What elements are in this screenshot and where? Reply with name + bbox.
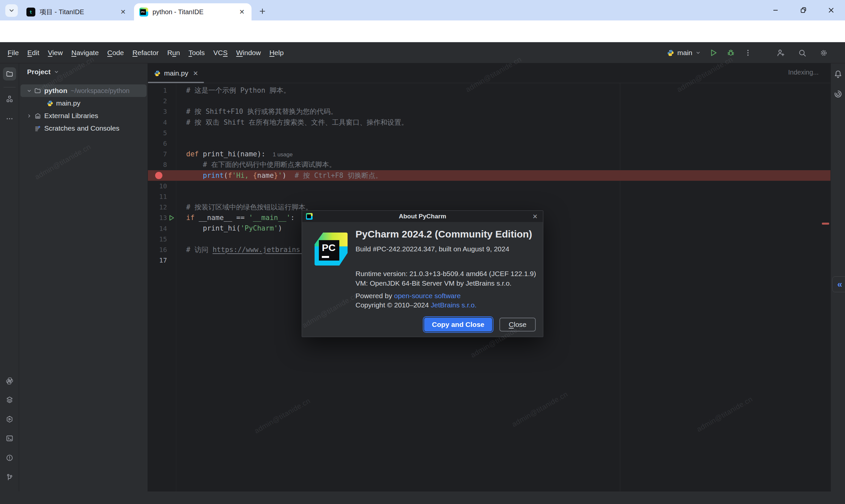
menu-navigate[interactable]: Navigate (67, 49, 103, 57)
gutter[interactable]: 7 (148, 150, 180, 158)
line-number: 13 (153, 214, 167, 222)
gutter[interactable]: 16 (148, 246, 180, 254)
structure-toolwindow-button[interactable] (3, 92, 16, 106)
menu-run[interactable]: Run (163, 49, 184, 57)
code-with-me-icon[interactable] (776, 49, 785, 57)
tab-close-icon[interactable]: ✕ (193, 70, 198, 77)
menu-edit[interactable]: Edit (23, 49, 43, 57)
tree-row-external-libraries[interactable]: External Libraries (20, 109, 146, 122)
menu-refactor[interactable]: Refactor (128, 49, 163, 57)
project-panel-header[interactable]: Project (27, 68, 59, 76)
project-toolwindow-button[interactable] (3, 67, 16, 80)
code-line-5[interactable]: 5 (148, 128, 830, 138)
tree-row-main-py[interactable]: main.py (20, 97, 146, 109)
code-line-9[interactable]: print(f'Hi, {name}') # 按 Ctrl+F8 切换断点。 (148, 170, 830, 181)
chevron-down-icon[interactable] (25, 88, 33, 93)
code-line-4[interactable]: 4# 按 双击 Shift 在所有地方搜索类、文件、工具窗口、操作和设置。 (148, 117, 830, 128)
close-button[interactable]: Close (499, 318, 536, 331)
code-line-1[interactable]: 1# 这是一个示例 Python 脚本。 (148, 85, 830, 96)
gutter[interactable]: 4 (148, 119, 180, 126)
right-tool-stripe: « (830, 63, 845, 491)
about-credits: Powered by open-source software Copyrigh… (355, 291, 477, 310)
close-window-button[interactable] (825, 4, 838, 17)
tab-close-icon[interactable]: ✕ (119, 7, 127, 16)
menu-view[interactable]: View (43, 49, 67, 57)
gutter[interactable]: 1 (148, 86, 180, 94)
code-line-8[interactable]: 8 # 在下面的代码行中使用断点来调试脚本。 (148, 159, 830, 170)
chevron-down-icon (696, 50, 701, 55)
settings-gear-icon[interactable] (819, 49, 828, 57)
more-actions-kebab-icon[interactable] (744, 49, 752, 57)
gutter[interactable]: 8 (148, 161, 180, 168)
editor-tab-main-py[interactable]: main.py ✕ (148, 63, 204, 83)
dialog-titlebar[interactable]: About PyCharm ✕ (302, 211, 543, 222)
about-pycharm-dialog: About PyCharm ✕ PC PyCharm 2024.2 (Commu… (302, 211, 543, 337)
line-number: 1 (153, 86, 167, 94)
error-stripe-breakpoint-mark[interactable] (822, 223, 829, 224)
code-text: # 在下面的代码行中使用断点来调试脚本。 (180, 159, 336, 170)
notifications-bell-icon[interactable] (833, 69, 843, 79)
menu-tools[interactable]: Tools (184, 49, 209, 57)
run-gutter-icon[interactable] (168, 214, 175, 221)
terminal-icon (6, 434, 14, 442)
browser-tab-titan[interactable]: t 项目 - TitanIDE ✕ (21, 3, 133, 20)
usages-hint[interactable]: 1 usage (272, 151, 293, 158)
tab-search-chevron-button[interactable] (5, 4, 18, 17)
breakpoint-icon[interactable] (155, 172, 162, 179)
tree-node-label: Scratches and Consoles (44, 124, 120, 132)
run-configuration-selector[interactable]: main (667, 49, 701, 57)
copy-and-close-button[interactable]: Copy and Close (424, 318, 492, 331)
gutter[interactable]: 14 (148, 224, 180, 233)
menu-file[interactable]: File (3, 49, 23, 57)
python-packages-button[interactable] (3, 393, 16, 407)
git-branch-icon (6, 473, 14, 481)
open-source-link[interactable]: open-source software (394, 292, 461, 300)
services-button[interactable] (3, 413, 16, 426)
code-line-6[interactable]: 6 (148, 138, 830, 149)
ellipsis-icon (6, 115, 14, 123)
code-line-2[interactable]: 2 (148, 96, 830, 106)
line-number: 16 (153, 246, 167, 254)
gutter[interactable]: 5 (148, 129, 180, 137)
run-button[interactable] (709, 49, 718, 57)
jetbrains-link[interactable]: JetBrains s.r.o. (431, 301, 477, 309)
browser-tab-python[interactable]: PC python - TitanIDE ✕ (134, 3, 251, 20)
terminal-button[interactable] (3, 432, 16, 445)
version-control-button[interactable] (3, 471, 16, 484)
menu-help[interactable]: Help (265, 49, 288, 57)
tab-close-icon[interactable]: ✕ (237, 7, 246, 16)
gutter[interactable]: 10 (148, 182, 180, 190)
gutter[interactable]: 15 (148, 235, 180, 243)
gutter[interactable]: 3 (148, 108, 180, 115)
code-line-7[interactable]: 7def print_hi(name):1 usage (148, 149, 830, 159)
dialog-buttons: Copy and Close Close (424, 318, 536, 331)
gutter[interactable]: 17 (148, 256, 180, 264)
gutter[interactable]: 13 (148, 214, 180, 222)
ai-assistant-icon[interactable] (833, 89, 843, 99)
code-line-10[interactable]: 10 (148, 181, 830, 191)
new-tab-button[interactable] (257, 6, 268, 17)
search-everywhere-icon[interactable] (798, 49, 807, 57)
menu-code[interactable]: Code (103, 49, 128, 57)
tree-row-scratches[interactable]: Scratches and Consoles (20, 122, 146, 134)
gutter[interactable]: 2 (148, 97, 180, 105)
menu-window[interactable]: Window (232, 49, 265, 57)
more-toolwindows-button[interactable] (3, 112, 16, 125)
line-number: 4 (153, 119, 167, 126)
restore-toolwindow-button[interactable]: « (832, 276, 845, 292)
gutter[interactable]: 11 (148, 193, 180, 200)
chevron-right-icon[interactable] (25, 113, 33, 119)
tree-row-python-root[interactable]: python ~/workspace/python (20, 85, 146, 97)
python-console-button[interactable] (3, 374, 16, 388)
restore-button[interactable] (797, 4, 810, 17)
menu-vcs[interactable]: VCS (209, 49, 232, 57)
minimize-button[interactable] (769, 4, 782, 17)
gutter[interactable]: 6 (148, 140, 180, 147)
gutter[interactable]: 12 (148, 203, 180, 211)
debug-button[interactable] (726, 49, 735, 57)
code-line-3[interactable]: 3# 按 Shift+F10 执行或将其替换为您的代码。 (148, 106, 830, 117)
dialog-close-icon[interactable]: ✕ (531, 212, 539, 220)
problems-button[interactable] (3, 451, 16, 464)
browser-tabstrip: t 项目 - TitanIDE ✕ PC python - TitanIDE ✕ (0, 0, 845, 20)
code-line-11[interactable]: 11 (148, 191, 830, 202)
